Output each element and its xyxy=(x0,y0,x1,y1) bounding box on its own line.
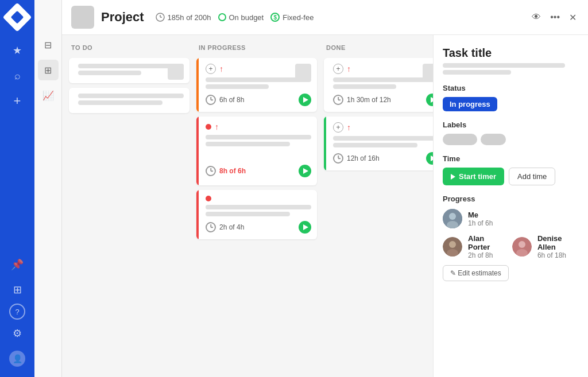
card-line xyxy=(206,84,269,89)
person-time-denise: 6h of 18h xyxy=(537,251,579,259)
sidebar-item-star[interactable]: ★ xyxy=(6,39,29,62)
timer-clock-icon xyxy=(206,222,216,232)
board-area: TO DO IN xyxy=(62,35,588,377)
close-icon[interactable]: ✕ xyxy=(567,10,579,25)
svg-point-4 xyxy=(449,213,456,220)
table-row[interactable]: 2h of 4h xyxy=(196,190,317,239)
task-title: Task title xyxy=(443,46,579,60)
column-in-progress-header: IN PROGRESS xyxy=(196,44,317,53)
start-timer-button[interactable]: Start timer xyxy=(443,168,504,185)
card-line xyxy=(206,205,311,209)
table-row[interactable]: + ↑ 6h of 8h xyxy=(196,58,317,112)
avatar-me xyxy=(443,209,462,228)
more-options-icon[interactable]: ••• xyxy=(548,10,562,25)
card-actions: + ↑ xyxy=(333,122,433,133)
budget-badge: On budget xyxy=(218,13,264,22)
card-content: 2h of 4h xyxy=(202,196,311,234)
secondary-navigation: ⊟ ⊞ 📈 xyxy=(34,0,62,377)
column-todo: TO DO xyxy=(69,44,189,368)
progress-person-alan: Alan Porter 2h of 8h xyxy=(443,234,505,259)
play-button[interactable] xyxy=(426,152,433,165)
card-footer: 1h 30m of 12h xyxy=(333,94,433,106)
add-time-button[interactable]: Add time xyxy=(509,168,555,185)
hours-text: 185h of 200h xyxy=(168,13,211,22)
card-thumbnail xyxy=(423,64,433,80)
person-name-alan: Alan Porter xyxy=(468,234,505,251)
card-add-button[interactable]: + xyxy=(206,64,216,74)
person-name-me: Me xyxy=(468,211,493,219)
table-row[interactable]: ↑ 8h of 6h xyxy=(196,116,317,185)
avatar-alan xyxy=(443,237,462,256)
card-line xyxy=(206,212,290,216)
card-priority-up-icon[interactable]: ↑ xyxy=(215,122,219,131)
play-button[interactable] xyxy=(426,94,433,106)
card-add-button[interactable]: + xyxy=(333,122,343,133)
person-info-me: Me 1h of 6h xyxy=(468,211,493,227)
table-row[interactable] xyxy=(69,58,189,83)
table-row[interactable] xyxy=(69,88,189,113)
timer-clock-icon xyxy=(206,166,216,176)
sidebar-item-settings[interactable]: ⚙ xyxy=(6,322,29,345)
card-thumbnail xyxy=(295,64,311,80)
card-priority-up-icon[interactable]: ↑ xyxy=(347,123,351,132)
timer-clock-icon xyxy=(333,95,343,105)
app-logo[interactable] xyxy=(3,3,32,32)
progress-multi-row: Alan Porter 2h of 8h xyxy=(443,234,579,259)
timer-clock-icon xyxy=(333,153,343,164)
label-pill[interactable] xyxy=(443,134,477,145)
card-footer: 12h of 16h xyxy=(333,152,433,165)
project-thumbnail xyxy=(71,6,94,29)
play-button[interactable] xyxy=(299,165,311,177)
card-thumbnail xyxy=(168,64,184,80)
budget-dot-icon xyxy=(218,13,226,21)
person-time-alan: 2h of 8h xyxy=(468,251,505,259)
sidebar-item-search[interactable]: ⌕ xyxy=(6,64,29,87)
sidebar-item-user[interactable]: 👤 xyxy=(6,347,29,370)
play-button[interactable] xyxy=(299,221,311,234)
timer-text: 8h of 6h xyxy=(219,167,246,175)
column-in-progress: IN PROGRESS + ↑ 6h of 8h xyxy=(196,44,317,368)
svg-point-10 xyxy=(519,241,525,248)
card-add-button[interactable]: + xyxy=(333,64,343,74)
labels-label: Labels xyxy=(443,121,579,129)
card-actions: + ↑ xyxy=(333,64,433,74)
card-footer: 8h of 6h xyxy=(206,165,311,177)
start-timer-label: Start timer xyxy=(459,172,496,181)
edit-estimates-button[interactable]: ✎ Edit estimates xyxy=(443,265,509,281)
column-done-header: DONE xyxy=(324,44,433,53)
card-priority-bar xyxy=(196,58,199,112)
card-footer: 2h of 4h xyxy=(206,221,311,234)
budget-text: On budget xyxy=(229,13,264,22)
card-footer: 6h of 8h xyxy=(206,94,311,106)
sidebar-item-help[interactable]: ? xyxy=(9,304,25,320)
play-button[interactable] xyxy=(299,94,311,106)
view-icon[interactable]: 👁 xyxy=(529,10,543,25)
sec-nav-table[interactable]: ⊟ xyxy=(38,34,59,55)
card-priority-up-icon[interactable]: ↑ xyxy=(219,64,223,73)
label-pill[interactable] xyxy=(481,134,506,145)
labels-row xyxy=(443,134,579,145)
hours-badge: 185h of 200h xyxy=(156,13,211,22)
table-row[interactable]: + ↑ 1h 30m of 12h xyxy=(324,58,433,112)
play-icon xyxy=(451,174,455,180)
card-line xyxy=(333,84,396,89)
sec-nav-chart[interactable]: 📈 xyxy=(38,85,59,106)
sidebar-item-add[interactable]: + xyxy=(6,90,29,112)
status-badge[interactable]: In progress xyxy=(443,97,497,111)
svg-point-7 xyxy=(449,241,456,248)
table-row[interactable]: + ↑ 12h of 16h xyxy=(324,116,433,170)
card-priority-up-icon[interactable]: ↑ xyxy=(347,64,351,73)
card-line xyxy=(333,77,433,82)
sec-nav-board[interactable]: ⊞ xyxy=(38,60,59,80)
fee-dollar-icon: $ xyxy=(270,13,280,22)
status-label: Status xyxy=(443,84,579,92)
column-todo-header: TO DO xyxy=(69,44,189,53)
header-meta: 185h of 200h On budget $ Fixed-fee xyxy=(156,13,314,22)
sidebar-item-pin[interactable]: 📌 xyxy=(6,253,29,276)
card-content: + ↑ 1h 30m of 12h xyxy=(330,64,433,106)
card-priority-bar xyxy=(196,116,199,185)
card-content: + ↑ 12h of 16h xyxy=(330,122,433,165)
progress-section: Progress Me 1h of 6h xyxy=(443,195,579,281)
sidebar-item-apps[interactable]: ⊞ xyxy=(6,278,29,301)
progress-person-denise: Denise Allen 6h of 18h xyxy=(512,234,579,259)
